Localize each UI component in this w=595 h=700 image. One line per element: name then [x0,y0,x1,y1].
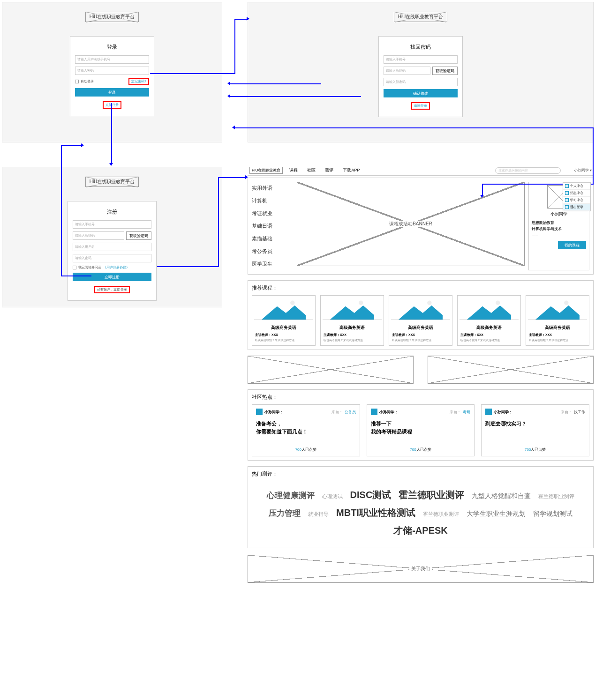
thumb-icon [459,298,519,320]
thumb-icon [323,298,382,320]
cloud-tag[interactable]: 九型人格觉醒和自查 [472,491,531,502]
my-courses-button[interactable]: 我的课程 [558,241,586,249]
recommended-section: 推荐课程： 高级商务英语主讲教师：XXX听说英语很难？来试试这种方法高级商务英语… [248,280,594,350]
cloud-tag[interactable]: 留学规划测试 [533,508,572,520]
ad-1[interactable] [248,356,414,384]
dropdown-item[interactable]: 个人中心 [563,183,590,190]
agree-checkbox[interactable] [73,266,76,269]
back-login-link[interactable]: 返回登录 [411,102,430,110]
course-name: 高级商务英语 [324,325,381,331]
category-item[interactable]: 计算机 [252,197,293,204]
post-tag: 找工作 [574,410,585,415]
post-likes: 700人已点赞 [485,447,585,452]
user-dropdown: 个人中心消息中心学习中心退出登录 [563,182,591,211]
category-item[interactable]: 考公务员 [252,248,293,255]
cloud-tag[interactable]: 霍兰德职业测评 [423,510,459,519]
username-input[interactable]: 请输入用户名或手机号 [75,55,149,64]
post-author: 小孙同学： [494,410,512,415]
category-item[interactable]: 考证就业 [252,210,293,217]
register-screen: HiU在线职业教育平台 注册 请输入手机号 请输入验证码 获取验证码 请输入用户… [2,167,222,307]
course-name: 高级商务英语 [255,325,312,331]
login-card: 登录 请输入用户名或手机号 请输入密码 自动登录 忘记密码? 登录 点我注册 [70,36,154,116]
nav-item[interactable]: 测评 [322,167,336,173]
password-input[interactable]: 请输入密码 [75,67,149,75]
search-input[interactable]: 搜索你感兴趣的内容 [495,167,561,174]
course-name: 高级商务英语 [529,325,586,331]
dropdown-item[interactable]: 消息中心 [563,190,590,197]
recover-title: 找回密码 [384,44,458,51]
nav-item[interactable]: 下载APP [340,167,362,173]
cloud-tag[interactable]: 就业指导 [308,510,329,519]
phone-input[interactable]: 请输入手机号 [384,55,458,64]
post-body: 准备考公，你需要知道下面几点！ [256,420,356,440]
cloud-tag[interactable]: 心理健康测评 [267,489,315,503]
avatar-icon [256,409,263,415]
get-code-button[interactable]: 获取验证码 [126,231,151,240]
code-input[interactable]: 请输入验证码 [73,231,124,240]
test-title: 热门测评： [252,470,589,477]
cloud-tag[interactable]: 霍兰德职业测评 [538,492,574,501]
course-card[interactable]: 高级商务英语主讲教师：XXX听说英语很难？来试试这种方法 [389,295,452,346]
recover-card: 找回密码 请输入手机号 请输入验证码 获取验证码 请输入新密码 确认修改 返回登… [378,36,463,117]
post-card[interactable]: 小孙同学：来自：考研推荐一下我的考研精品课程700人已点赞 [367,404,475,456]
course-desc: 听说英语很难？来试试这种方法 [392,338,449,343]
phone-input[interactable]: 请输入手机号 [73,220,151,229]
category-item[interactable]: 实用外语 [252,185,293,192]
pass-input[interactable]: 请输入密码 [73,254,151,262]
post-author: 小孙同学： [379,410,398,415]
get-code-button[interactable]: 获取验证码 [432,67,458,75]
thumb-icon [391,298,450,320]
banner-placeholder[interactable]: 课程或活动BANNER [297,182,525,266]
cloud-tag[interactable]: MBTI职业性格测试 [336,505,415,521]
user-menu[interactable]: 小刘同学 ▾ [574,168,592,173]
register-button[interactable]: 立即注册 [73,273,151,281]
cloud-tag[interactable]: 压力管理 [269,507,301,521]
post-card[interactable]: 小孙同学：来自：公务员准备考公，你需要知道下面几点！700人已点赞 [252,404,360,456]
cloud-tag[interactable]: 心理测试 [322,492,343,501]
nav-item[interactable]: 社区 [304,167,318,173]
cloud-tag[interactable]: 才储-APESK [393,522,448,538]
rec-title: 推荐课程： [252,284,589,291]
post-author: 小孙同学： [264,410,283,415]
nav-item[interactable]: 课程 [286,167,301,173]
confirm-button[interactable]: 确认修改 [384,89,458,97]
course-card[interactable]: 高级商务英语主讲教师：XXX听说英语很难？来试试这种方法 [457,295,521,346]
thumb-icon [254,298,313,320]
course-card[interactable]: 高级商务英语主讲教师：XXX听说英语很难？来试试这种方法 [526,295,589,346]
has-account-link[interactable]: 已有账户，直接 登录 [94,286,130,293]
course-desc: 听说英语很难？来试试这种方法 [529,338,586,343]
dropdown-item[interactable]: 学习中心 [563,197,590,204]
ad-2[interactable] [428,356,594,384]
register-card: 注册 请输入手机号 请输入验证码 获取验证码 请输入用户名 请输入密码 我已阅读… [68,201,157,301]
dropdown-item[interactable]: 退出登录 [563,204,590,211]
course-desc: 听说英语很难？来试试这种方法 [460,338,518,343]
course-card[interactable]: 高级商务英语主讲教师：XXX听说英语很难？来试试这种方法 [320,295,384,346]
register-link[interactable]: 点我注册 [103,101,121,109]
course-desc: 听说英语很难？来试试这种方法 [324,338,381,343]
code-input[interactable]: 请输入验证码 [384,67,430,75]
auto-login-checkbox[interactable] [75,80,79,83]
post-body: 推荐一下我的考研精品课程 [371,420,471,440]
logo-placeholder: HiU在线职业教育平台 [85,12,139,22]
category-item[interactable]: 素描基础 [252,235,293,242]
course-name: 高级商务英语 [392,325,449,331]
category-item[interactable]: 医学卫生 [252,261,293,268]
logo-placeholder: HiU在线职业教育平台 [394,12,447,22]
post-card[interactable]: 小孙同学：来自：找工作到底去哪找实习？700人已点赞 [481,404,589,456]
cloud-tag[interactable]: DISC测试 [350,487,392,503]
nav-logo[interactable]: HiU在线职业教育 [249,167,283,174]
category-item[interactable]: 基础日语 [252,223,293,230]
login-button[interactable]: 登录 [75,88,149,97]
svg-point-4 [359,301,363,305]
user-input[interactable]: 请输入用户名 [73,243,151,251]
cloud-tag[interactable]: 霍兰德职业测评 [399,487,464,503]
tests-section: 热门测评： 心理健康测评心理测试DISC测试霍兰德职业测评九型人格觉醒和自查霍兰… [248,466,594,548]
agree-link[interactable]: 《用户注册协议》 [103,265,129,270]
recover-screen: HiU在线职业教育平台 找回密码 请输入手机号 请输入验证码 获取验证码 请输入… [248,2,594,142]
course-name: 高级商务英语 [460,325,518,331]
course-card[interactable]: 高级商务英语主讲教师：XXX听说英语很难？来试试这种方法 [252,295,316,346]
post-likes: 700人已点赞 [371,447,471,452]
cloud-tag[interactable]: 大学生职业生涯规划 [467,508,526,520]
new-pass-input[interactable]: 请输入新密码 [384,78,458,86]
forgot-link[interactable]: 忘记密码? [128,78,149,85]
